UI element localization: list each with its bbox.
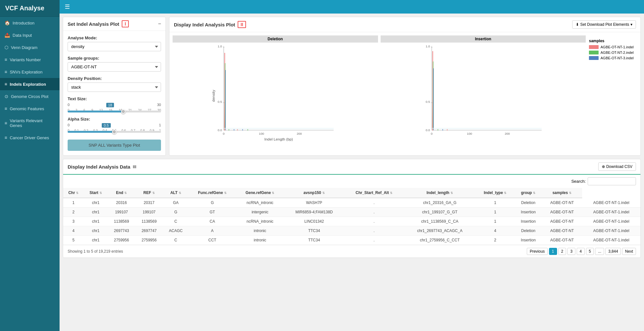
chart-icon-3: ≡	[5, 69, 7, 74]
page-ellipsis: ...	[595, 248, 604, 255]
table-cell: Insertion	[515, 217, 542, 226]
col-chr-start-ref-alt[interactable]: Chr_Start_Ref_Alt ⇅	[344, 188, 404, 198]
display-indel-header: Display Indel Analysis Plot II ⬇ Set Dow…	[169, 17, 640, 32]
download-csv-button[interactable]: ⊕ Download CSV	[598, 162, 636, 171]
sidebar-item-venn-diagram[interactable]: ⬡ Venn Diagram	[0, 41, 60, 54]
table-row: 3chr111385691138569CCAncRNA_intronicLINC…	[63, 217, 640, 226]
table-cell: AGBE-OT-NT	[542, 198, 582, 208]
svg-text:0.5: 0.5	[426, 100, 430, 103]
download-plot-button[interactable]: ⬇ Set Download Plot Elements ▾	[572, 20, 636, 29]
alpha-size-group: Alpha Size: 0 0.5 1 00.10.20.30.40.50.60…	[68, 117, 161, 132]
table-cell: 2759956	[108, 236, 135, 245]
table-cell: AGBE-OT-NT-1.indel	[582, 208, 640, 217]
table-cell: G	[189, 198, 236, 208]
set-indel-header: Set Indel Analysis Plot I −	[63, 17, 166, 31]
table-cell: chr1_1138569_C_CA	[404, 217, 476, 226]
sample-groups-select[interactable]: AGBE-OT-NT	[68, 62, 161, 72]
search-input[interactable]	[588, 177, 636, 185]
col-group[interactable]: group ⇅	[515, 188, 542, 198]
text-size-min: 0	[68, 103, 70, 107]
table-cell: 5	[63, 236, 84, 245]
home-icon: 🏠	[5, 20, 10, 25]
table-cell: .	[344, 226, 404, 236]
table-cell: 1	[476, 217, 515, 226]
chart-icon: ⬡	[5, 45, 8, 50]
page-2-button[interactable]: 2	[558, 248, 566, 255]
table-cell: WASH7P	[284, 198, 344, 208]
table-row: 5chr127599562759956CCCTintronicTTC34.chr…	[63, 236, 640, 245]
col-samples[interactable]: samples ⇅	[542, 188, 582, 198]
page-4-button[interactable]: 4	[577, 248, 585, 255]
plot-button[interactable]: SNP ALL Variants Type Plot	[68, 140, 161, 151]
sidebar-item-indels-exploration[interactable]: ≡ Indels Exploration	[0, 78, 60, 90]
col-func[interactable]: Func.refGene ⇅	[189, 188, 236, 198]
data-panel-badge: III	[133, 164, 137, 169]
table-cell: 3	[63, 217, 84, 226]
table-cell: 4	[63, 226, 84, 236]
data-table: Chr ⇅ Start ⇅ End ⇅ REF ⇅ ALT ⇅ Func.ref…	[63, 188, 640, 245]
pagination-area: Showing 1 to 5 of 19,219 entries Previou…	[63, 245, 640, 258]
hamburger-menu[interactable]: ☰	[65, 3, 70, 10]
density-position-select[interactable]: stack fill dodge	[68, 83, 161, 92]
search-area: Search:	[571, 177, 636, 185]
table-cell: Insertion	[515, 208, 542, 217]
text-size-slider[interactable]	[68, 111, 161, 112]
insertion-chart: Insertion 0.0 0.5 1.0	[381, 35, 586, 146]
table-row: 1chr12031620317GAGncRNA_intronicWASH7P.c…	[63, 198, 640, 208]
col-start[interactable]: Start ⇅	[84, 188, 108, 198]
chart-icon-7: ≡	[5, 121, 7, 126]
table-cell: Deletion	[515, 198, 542, 208]
minimize-button[interactable]: −	[158, 21, 161, 27]
col-indel-type[interactable]: Indel_type ⇅	[476, 188, 515, 198]
table-cell: CA	[189, 217, 236, 226]
table-cell: chr1_2697743_ACAGC_A	[404, 226, 476, 236]
page-total-button[interactable]: 3,844	[605, 248, 621, 255]
table-cell: AGBE-OT-NT-1.indel	[582, 236, 640, 245]
alpha-size-slider[interactable]	[68, 131, 161, 133]
table-cell: AGBE-OT-NT	[542, 236, 582, 245]
table-cell: AGBE-OT-NT	[542, 226, 582, 236]
alpha-size-max: 1	[159, 123, 161, 128]
sidebar-item-snvs-exploration[interactable]: ≡ SNVs Exploration	[0, 66, 60, 78]
col-alt[interactable]: ALT ⇅	[163, 188, 189, 198]
table-cell: 1138569	[108, 217, 135, 226]
table-cell: AGBE-OT-NT	[542, 217, 582, 226]
table-cell: 199107	[108, 208, 135, 217]
search-bar: Search:	[63, 175, 640, 188]
sidebar-item-cancer-driver[interactable]: ≡ Cancer Driver Genes	[0, 131, 60, 144]
sidebar-item-genome-circos[interactable]: ⊙ Genome Circos Plot	[0, 90, 60, 102]
table-cell: chr1	[84, 208, 108, 217]
table-cell: 2759956	[135, 236, 163, 245]
col-gene[interactable]: Gene.refGene ⇅	[236, 188, 284, 198]
download-csv-icon: ⊕	[602, 164, 605, 169]
table-header: Chr ⇅ Start ⇅ End ⇅ REF ⇅ ALT ⇅ Func.ref…	[63, 188, 640, 198]
density-position-group: Density Position: stack fill dodge	[68, 76, 161, 92]
col-ref[interactable]: REF ⇅	[135, 188, 163, 198]
page-3-button[interactable]: 3	[567, 248, 575, 255]
top-panels: Set Indel Analysis Plot I − Analyse Mode…	[63, 17, 641, 156]
table-cell: TTC34	[284, 226, 344, 236]
col-chr[interactable]: Chr ⇅	[63, 188, 84, 198]
table-cell: 2697743	[108, 226, 135, 236]
table-cell: 1	[476, 198, 515, 208]
col-end[interactable]: End ⇅	[108, 188, 135, 198]
sidebar-item-genomic-features[interactable]: ≡ Genomic Features	[0, 102, 60, 115]
sidebar-item-data-input[interactable]: 📤 Data Input	[0, 29, 60, 41]
analyse-mode-select[interactable]: density count frequency	[68, 42, 161, 51]
page-1-button[interactable]: 1	[549, 248, 557, 255]
legend-color-2	[589, 51, 599, 54]
sidebar-label: Introduction	[13, 21, 34, 25]
col-avsnp[interactable]: avsnp150 ⇅	[284, 188, 344, 198]
page-5-button[interactable]: 5	[586, 248, 594, 255]
col-indel-length[interactable]: Indel_length ⇅	[404, 188, 476, 198]
app-title-text: VCF Analyse	[5, 5, 44, 12]
sidebar-item-introduction[interactable]: 🏠 Introduction	[0, 17, 60, 29]
alpha-size-value: 0.5	[102, 123, 110, 128]
svg-rect-33	[431, 128, 541, 130]
next-page-button[interactable]: Next	[622, 248, 636, 255]
sidebar-item-variants-relevant[interactable]: ≡ Variants Relevant Genes	[0, 115, 60, 131]
sidebar-item-variants-number[interactable]: ≡ Variants Number	[0, 54, 60, 66]
legend-label-2: AGBE-OT-NT-2.indel	[601, 51, 634, 54]
insertion-svg-element: 0.0 0.5 1.0 0 100 200	[381, 43, 586, 146]
prev-page-button[interactable]: Previous	[527, 248, 548, 255]
